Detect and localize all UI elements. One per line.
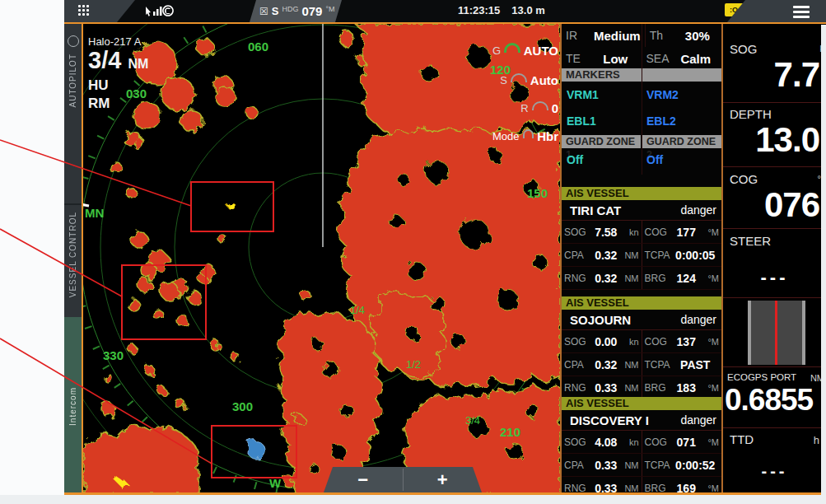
steer-gauge-value[interactable]: --- xyxy=(723,267,826,288)
vessel-status: danger xyxy=(680,413,716,427)
apps-grid-icon[interactable] xyxy=(78,5,91,17)
cog-unit: °M xyxy=(701,337,719,347)
cpa-unit: NM xyxy=(621,360,639,370)
hamburger-menu-icon[interactable] xyxy=(793,6,810,21)
sog-label: SOG xyxy=(564,336,591,348)
sog-gauge-value[interactable]: 7.7 xyxy=(774,55,819,95)
sidebar-label: Intercom xyxy=(68,387,77,426)
rudder-position-line xyxy=(775,301,777,365)
tcpa-label: TCPA xyxy=(645,250,672,261)
guard-zone-2-toggle[interactable]: Off xyxy=(642,153,721,166)
threshold-setting[interactable]: Th 30% xyxy=(646,24,721,47)
sidebar-item-intercom[interactable]: Intercom xyxy=(64,317,82,495)
ring-label: 1/2 xyxy=(406,358,421,371)
cog-label: COG xyxy=(645,226,672,238)
range-out-button[interactable]: − xyxy=(324,467,403,492)
range-in-button[interactable]: + xyxy=(404,467,483,492)
ais-vessel-card[interactable]: AIS VESSEL SOJOURN danger SOG0.00kn COG1… xyxy=(562,296,721,399)
divider xyxy=(723,228,826,229)
rudder-indicator[interactable] xyxy=(748,301,805,365)
ais-vessel-card[interactable]: AIS VESSEL TIRI CAT danger SOG7.58kn COG… xyxy=(562,187,721,290)
radar-range-unit: NM xyxy=(128,57,148,71)
ebl1-button[interactable]: EBL1 xyxy=(562,114,642,128)
sog-gauge-label: SOG xyxy=(730,42,757,56)
radar-ppi[interactable]: 030 060 120 150 210 300 330 MN W 1/4 1/2… xyxy=(83,24,560,495)
ir-label: IR xyxy=(566,29,594,42)
depth-gauge-label: DEPTH xyxy=(730,107,772,121)
rng-label: RNG xyxy=(564,382,591,394)
mode-control[interactable]: Mode Hbr xyxy=(492,128,558,144)
mode-value: Hbr xyxy=(537,129,558,143)
radar-info-block: Halo-217 A 3/4 NM HU RM xyxy=(88,35,148,113)
guard-zone-1-toggle[interactable]: Off xyxy=(562,153,642,166)
tcpa-label: TCPA xyxy=(645,359,672,371)
cog-gauge-label: COG xyxy=(730,172,758,186)
home-tab[interactable] xyxy=(64,0,142,22)
rudder-limit-left xyxy=(748,301,751,365)
tcpa-value: 0:00:05 xyxy=(672,249,720,262)
sog-unit: kn xyxy=(621,227,639,237)
rain-control[interactable]: R 0 xyxy=(492,100,558,116)
radar-motion-mode: RM xyxy=(88,95,148,113)
target-echo-blue xyxy=(248,441,264,459)
magnetic-north-label: MN xyxy=(85,206,104,220)
ebl2-button[interactable]: EBL2 xyxy=(642,114,721,128)
ir-setting[interactable]: IR Medium xyxy=(562,24,646,47)
heading-indicator[interactable]: ☒ S HDG 079 °M xyxy=(250,0,342,22)
sidebar-item-autopilot[interactable]: AUTOPILOT xyxy=(64,30,82,203)
sog-value: 0.00 xyxy=(591,335,621,348)
mode-key: Mode xyxy=(492,130,520,142)
tcpa-value: PAST xyxy=(672,358,720,371)
divider xyxy=(723,366,826,367)
ecogps-gauge-value[interactable]: 0.6855 xyxy=(725,383,813,418)
sea-control[interactable]: S Auto xyxy=(492,72,558,88)
gain-control[interactable]: G AUTO xyxy=(492,42,558,58)
ais-vessel-card[interactable]: AIS VESSEL DISCOVERY I danger SOG4.08kn … xyxy=(562,397,721,495)
brg-label: BRG xyxy=(645,273,672,284)
sidebar-label: AUTOPILOT xyxy=(68,54,77,108)
brg-unit: °M xyxy=(701,273,719,283)
cog-gauge-value[interactable]: 076 xyxy=(764,185,819,225)
radar-orientation: HU xyxy=(88,77,148,95)
rng-value: 0.32 xyxy=(591,272,621,285)
cog-label: COG xyxy=(645,436,672,448)
rain-arc-icon xyxy=(532,101,548,110)
vrm2-button[interactable]: VRM2 xyxy=(642,88,721,101)
sidebar-label: VESSEL CONTROL xyxy=(68,212,77,297)
target-echo-yellow xyxy=(229,203,236,211)
sea-setting[interactable]: SEA Calm xyxy=(642,47,722,70)
water-depth-readout: 13.0 m xyxy=(511,4,544,16)
sog-label: SOG xyxy=(564,436,591,448)
sidebar-item-vessel-control[interactable]: VESSEL CONTROL xyxy=(64,212,82,315)
sim-flag: S xyxy=(272,5,279,17)
rng-label: RNG xyxy=(564,273,591,284)
divider xyxy=(723,427,826,428)
ttd-gauge-value[interactable]: --- xyxy=(723,462,826,481)
rng-unit: NM xyxy=(621,273,639,283)
cpa-label: CPA xyxy=(564,460,591,471)
brg-label: BRG xyxy=(645,382,672,394)
te-setting[interactable]: TE Low xyxy=(562,47,642,70)
cpa-value: 0.32 xyxy=(591,358,621,371)
bearing-label: 150 xyxy=(527,186,548,200)
cog-label: COG xyxy=(645,336,672,348)
radar-range[interactable]: 3/4 xyxy=(88,47,121,73)
gain-value: AUTO xyxy=(524,44,558,58)
sea-label: SEA xyxy=(646,52,674,65)
bearing-label: 330 xyxy=(103,348,124,362)
tcpa-value: 0:00:52 xyxy=(672,459,720,472)
rain-value: 0 xyxy=(552,101,558,115)
vessel-name: TIRI CAT xyxy=(570,203,621,217)
vessel-name: SOJOURN xyxy=(570,313,631,327)
checkbox-icon: ☒ xyxy=(259,6,268,17)
range-zoom-bar: − + xyxy=(324,467,482,492)
sea-arc-icon xyxy=(511,73,527,82)
ais-card-header: AIS VESSEL xyxy=(562,296,721,310)
radar-settings-panel: IR Medium Th 30% TE Low SEA Calm MARKERS xyxy=(562,24,721,495)
divider xyxy=(723,102,826,103)
hdg-label: HDG xyxy=(282,5,298,13)
depth-gauge-value[interactable]: 13.0 xyxy=(755,120,819,160)
vessel-name: DISCOVERY I xyxy=(570,413,649,427)
steer-gauge-label: STEER xyxy=(730,234,771,248)
vrm1-button[interactable]: VRM1 xyxy=(562,88,642,101)
